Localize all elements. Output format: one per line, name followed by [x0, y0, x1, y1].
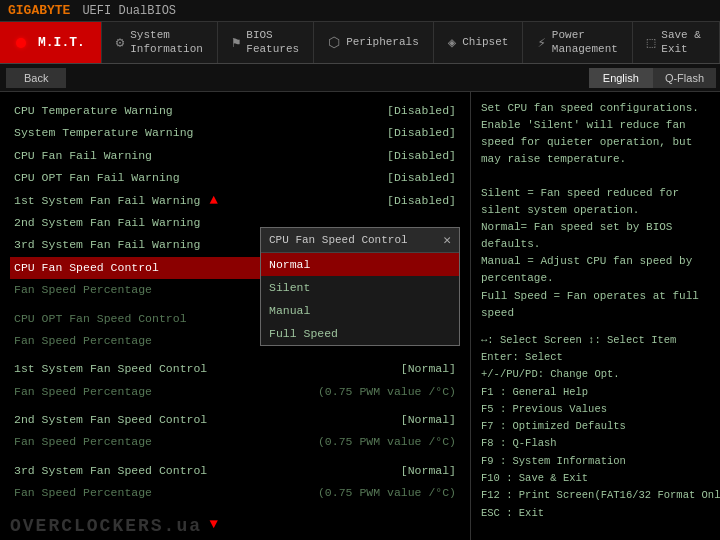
dropdown-option-fullspeed[interactable]: Full Speed	[261, 322, 459, 345]
bios-features-icon: ⚑	[232, 34, 240, 51]
peripherals-icon: ⬡	[328, 34, 340, 51]
shortcut-f5: F5 : Previous Values	[481, 401, 710, 418]
shortcut-f10: F10 : Save & Exit	[481, 470, 710, 487]
nav-system-info[interactable]: ⚙ System Information	[102, 22, 218, 63]
shortcut-f1: F1 : General Help	[481, 384, 710, 401]
save-exit-icon: ⬚	[647, 34, 655, 51]
sys2-pct-item: Fan Speed Percentage (0.75 PWM value /°C…	[10, 431, 460, 453]
power-icon: ⚡	[537, 34, 545, 51]
list-item[interactable]: System Temperature Warning [Disabled]	[10, 122, 460, 144]
shortcut-change-opt: +/-/PU/PD: Change Opt.	[481, 366, 710, 383]
dualbios-label: UEFI DualBIOS	[82, 4, 176, 18]
main-content: CPU Temperature Warning [Disabled] Syste…	[0, 92, 720, 540]
nav-system-info-line2: Information	[130, 43, 203, 56]
watermark: OVERCLOCKERS.ua	[10, 516, 202, 536]
dropdown-close-button[interactable]: ✕	[443, 232, 451, 248]
shortcut-f9: F9 : System Information	[481, 453, 710, 470]
dropdown-option-silent[interactable]: Silent	[261, 276, 459, 299]
sys3-speed-item[interactable]: 3rd System Fan Speed Control [Normal]	[10, 460, 460, 482]
nav-power-mgmt[interactable]: ⚡ Power Management	[523, 22, 632, 63]
top-bar: GIGABYTE UEFI DualBIOS	[0, 0, 720, 22]
shortcut-f8: F8 : Q-Flash	[481, 435, 710, 452]
list-item[interactable]: CPU Fan Fail Warning [Disabled]	[10, 145, 460, 167]
system-info-icon: ⚙	[116, 34, 124, 51]
nav-save-exit-label: Save & Exit	[661, 29, 705, 55]
sys3-pct-item: Fan Speed Percentage (0.75 PWM value /°C…	[10, 482, 460, 504]
mit-dot	[16, 38, 26, 48]
dropdown-title-label: CPU Fan Speed Control	[269, 234, 408, 246]
chipset-icon: ◈	[448, 34, 456, 51]
back-button[interactable]: Back	[6, 68, 66, 88]
shortcut-f7: F7 : Optimized Defaults	[481, 418, 710, 435]
left-panel: CPU Temperature Warning [Disabled] Syste…	[0, 92, 470, 540]
shortcut-select-screen: ↔: Select Screen ↕: Select Item	[481, 332, 710, 349]
nav-bios-features[interactable]: ⚑ BIOS Features	[218, 22, 314, 63]
nav-mit[interactable]: M.I.T.	[0, 22, 102, 63]
nav-chipset[interactable]: ◈ Chipset	[434, 22, 524, 63]
scroll-down-arrow: ▼	[210, 516, 218, 532]
sys1-pct-item: Fan Speed Percentage (0.75 PWM value /°C…	[10, 381, 460, 403]
list-item[interactable]: 1st System Fan Fail Warning [Disabled]	[10, 190, 460, 212]
nav-mit-label: M.I.T.	[38, 35, 85, 50]
action-bar: Back English Q-Flash	[0, 64, 720, 92]
list-item[interactable]: CPU Temperature Warning [Disabled]	[10, 100, 460, 122]
description-text: Set CPU fan speed configurations. Enable…	[481, 100, 710, 322]
nav-bios-line2: Features	[246, 43, 299, 56]
scroll-up-arrow: ▲	[210, 192, 218, 208]
cpu-fan-dropdown: CPU Fan Speed Control ✕ Normal Silent Ma…	[260, 227, 460, 346]
language-button[interactable]: English	[589, 68, 653, 88]
nav-bar: M.I.T. ⚙ System Information ⚑ BIOS Featu…	[0, 22, 720, 64]
brand-logo: GIGABYTE	[8, 3, 70, 18]
shortcut-f12: F12 : Print Screen(FAT16/32 Format Only)	[481, 487, 710, 504]
sys2-speed-item[interactable]: 2nd System Fan Speed Control [Normal]	[10, 409, 460, 431]
nav-peripherals-label: Peripherals	[346, 36, 419, 49]
dropdown-option-normal[interactable]: Normal	[261, 253, 459, 276]
nav-chipset-label: Chipset	[462, 36, 508, 49]
nav-save-exit[interactable]: ⬚ Save & Exit	[633, 22, 720, 63]
right-panel: Set CPU fan speed configurations. Enable…	[470, 92, 720, 540]
shortcuts-panel: ↔: Select Screen ↕: Select Item Enter: S…	[481, 332, 710, 522]
nav-power-line2: Management	[552, 43, 618, 56]
qflash-button[interactable]: Q-Flash	[653, 68, 716, 88]
dropdown-title-bar: CPU Fan Speed Control ✕	[261, 228, 459, 253]
shortcut-enter: Enter: Select	[481, 349, 710, 366]
list-item[interactable]: CPU OPT Fan Fail Warning [Disabled]	[10, 167, 460, 189]
nav-system-info-line1: System	[130, 29, 203, 42]
nav-peripherals[interactable]: ⬡ Peripherals	[314, 22, 434, 63]
nav-power-line1: Power	[552, 29, 618, 42]
dropdown-option-manual[interactable]: Manual	[261, 299, 459, 322]
sys1-speed-item[interactable]: 1st System Fan Speed Control [Normal]	[10, 358, 460, 380]
nav-bios-line1: BIOS	[246, 29, 299, 42]
shortcut-esc: ESC : Exit	[481, 505, 710, 522]
